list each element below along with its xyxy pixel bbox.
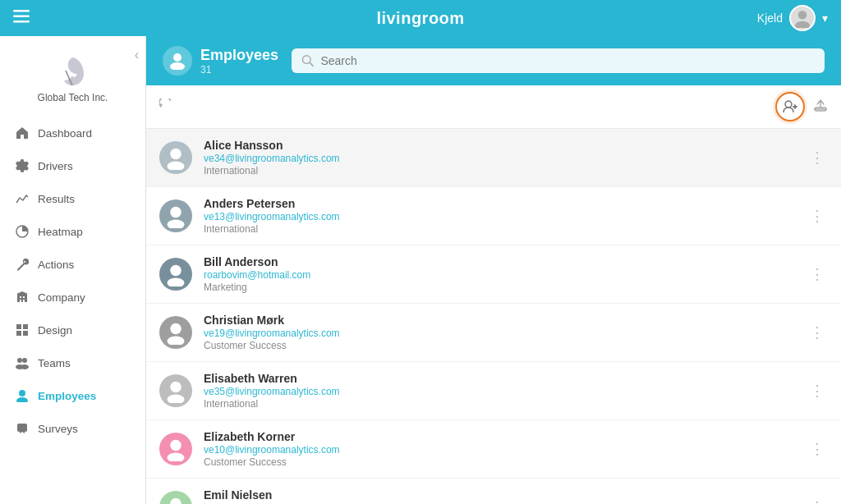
employees-header: Employees 31 — [146, 36, 841, 85]
employee-avatar — [159, 316, 192, 349]
employees-title-area: Employees 31 — [163, 46, 278, 76]
pie-icon — [15, 224, 30, 239]
avatar-placeholder-icon — [163, 262, 188, 286]
design-icon — [15, 323, 30, 337]
app-title: livingroom — [376, 9, 464, 28]
sidebar-item-actions[interactable]: Actions — [0, 248, 145, 281]
employee-more-button[interactable]: ⋮ — [807, 204, 828, 228]
svg-point-24 — [173, 53, 182, 62]
employee-name: Bill Anderson — [204, 255, 795, 268]
svg-rect-11 — [23, 300, 25, 302]
employee-department: Customer Success — [204, 456, 795, 468]
employees-list: Alice Hansson ve34@livingroomanalytics.c… — [146, 129, 841, 504]
svg-rect-7 — [17, 294, 27, 302]
svg-point-35 — [170, 207, 182, 218]
avatar-placeholder-icon — [163, 437, 188, 461]
employees-search-box[interactable] — [292, 48, 825, 73]
employee-row[interactable]: Christian Mørk ve19@livingroomanalytics.… — [146, 304, 841, 362]
sidebar-item-results[interactable]: Results — [0, 182, 145, 215]
employee-row[interactable]: Bill Anderson roarbovim@hotmail.com Mark… — [146, 245, 841, 304]
employee-email: ve35@livingroomanalytics.com — [204, 386, 795, 397]
svg-point-42 — [168, 395, 185, 404]
avatar-placeholder-icon — [163, 145, 188, 170]
svg-point-40 — [168, 337, 185, 346]
employee-row[interactable]: Elizabeth Korner ve10@livingroomanalytic… — [146, 420, 841, 479]
sidebar-item-employees[interactable]: Employees — [0, 379, 145, 412]
svg-point-4 — [795, 21, 810, 28]
topbar: livingroom Kjeld ▾ — [0, 0, 841, 36]
employees-icon — [15, 388, 30, 403]
sidebar-item-dashboard[interactable]: Dashboard — [0, 117, 145, 149]
sidebar: ‹ Global Tech Inc. Dashboard — [0, 36, 146, 504]
search-input[interactable] — [320, 54, 815, 67]
dropdown-icon: ▾ — [822, 11, 828, 25]
employee-department: International — [204, 165, 795, 176]
employee-more-button[interactable]: ⋮ — [807, 320, 828, 345]
sidebar-item-teams[interactable]: Teams — [0, 346, 145, 379]
svg-point-20 — [21, 364, 29, 369]
avatar-placeholder-icon — [163, 320, 188, 345]
employee-avatar — [159, 258, 192, 291]
user-menu[interactable]: Kjeld ▾ — [757, 5, 828, 31]
chart-icon — [15, 191, 30, 206]
employee-email: roarbovim@hotmail.com — [204, 269, 795, 281]
username-label: Kjeld — [757, 11, 783, 25]
sidebar-label-company: Company — [38, 291, 85, 304]
employee-department: Customer Success — [204, 340, 795, 351]
svg-rect-16 — [23, 331, 28, 336]
svg-point-45 — [170, 498, 182, 504]
add-user-icon — [783, 99, 797, 114]
svg-rect-14 — [23, 324, 28, 329]
svg-point-44 — [168, 453, 185, 462]
employee-name: Emil Nielsen — [204, 488, 795, 502]
employee-info: Alice Hansson ve34@livingroomanalytics.c… — [204, 139, 795, 176]
employee-row[interactable]: Alice Hansson ve34@livingroomanalytics.c… — [146, 129, 841, 187]
svg-point-38 — [168, 278, 185, 287]
employee-row[interactable]: Emil Nielsen ve14@livingroomanalytics.co… — [146, 479, 841, 504]
sidebar-item-drivers[interactable]: Drivers — [0, 149, 145, 182]
employees-title: Employees — [200, 47, 278, 64]
svg-rect-0 — [13, 10, 30, 12]
employee-more-button[interactable]: ⋮ — [807, 437, 828, 461]
svg-rect-10 — [20, 300, 21, 302]
sidebar-item-heatmap[interactable]: Heatmap — [0, 215, 145, 248]
sidebar-label-design: Design — [38, 324, 72, 337]
refresh-button[interactable] — [159, 99, 172, 115]
add-employee-button[interactable] — [775, 92, 805, 121]
svg-point-43 — [170, 440, 182, 451]
svg-rect-15 — [16, 331, 21, 336]
employee-more-button[interactable]: ⋮ — [807, 262, 828, 286]
sidebar-item-company[interactable]: Company — [0, 281, 145, 314]
svg-rect-1 — [13, 15, 30, 17]
employee-email: ve34@livingroomanalytics.com — [204, 153, 795, 164]
sidebar-label-dashboard: Dashboard — [38, 127, 92, 140]
sidebar-label-actions: Actions — [38, 259, 74, 271]
building-icon — [15, 290, 30, 305]
employee-avatar — [159, 141, 192, 174]
employee-name: Elisabeth Warren — [204, 372, 795, 385]
svg-rect-13 — [16, 324, 21, 329]
sidebar-item-design[interactable]: Design — [0, 314, 145, 346]
sidebar-collapse-button[interactable]: ‹ — [135, 48, 139, 62]
employee-more-button[interactable]: ⋮ — [807, 495, 828, 504]
employees-count: 31 — [200, 64, 278, 76]
sidebar-label-teams: Teams — [38, 357, 71, 369]
svg-rect-2 — [13, 21, 30, 23]
sidebar-item-surveys[interactable]: Surveys — [0, 412, 145, 445]
employee-email: ve10@livingroomanalytics.com — [204, 444, 795, 456]
home-icon — [15, 126, 30, 140]
svg-point-25 — [170, 62, 185, 70]
avatar-placeholder-icon — [163, 495, 188, 504]
upload-button[interactable] — [813, 98, 828, 116]
employee-row[interactable]: Elisabeth Warren ve35@livingroomanalytic… — [146, 362, 841, 420]
employee-row[interactable]: Anders Petersen ve13@livingroomanalytics… — [146, 187, 841, 245]
svg-point-36 — [168, 220, 185, 229]
employee-avatar — [159, 199, 192, 232]
employee-more-button[interactable]: ⋮ — [807, 378, 828, 403]
svg-rect-9 — [23, 296, 25, 298]
svg-point-18 — [22, 358, 27, 363]
avatar-placeholder-icon — [163, 378, 188, 403]
employee-info: Emil Nielsen ve14@livingroomanalytics.co… — [204, 488, 795, 504]
menu-icon[interactable] — [13, 10, 30, 27]
employee-more-button[interactable]: ⋮ — [807, 145, 828, 170]
